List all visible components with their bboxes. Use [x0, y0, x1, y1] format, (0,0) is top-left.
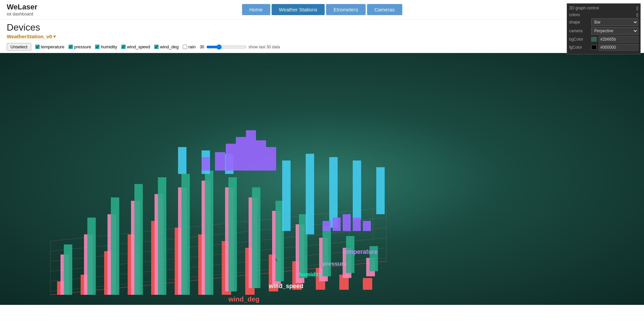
shape-select[interactable]: Bar Line Scatter [591, 18, 638, 26]
svg-line-0 [50, 228, 386, 261]
3d-bar-chart: temperature pressure humidity wind_speed… [0, 53, 644, 305]
svg-rect-57 [205, 171, 213, 295]
camera-row: camera Perpective Orthographic [569, 27, 638, 35]
checkbox-label-pressure: pressure [74, 44, 91, 49]
checkbox-temperature[interactable]: temperature [35, 44, 65, 49]
svg-rect-83 [353, 218, 361, 231]
fgcolor-row: fgColor #000000 [569, 44, 638, 51]
svg-rect-82 [343, 214, 351, 231]
svg-rect-76 [236, 137, 246, 171]
pressure-axis-label: pressure [323, 261, 347, 267]
svg-rect-55 [158, 177, 166, 295]
checkbox-wind_speed[interactable]: wind_speed [121, 44, 150, 49]
checkbox-input-pressure[interactable] [69, 45, 73, 49]
svg-rect-70 [329, 157, 338, 228]
checkbox-input-humidity[interactable] [95, 45, 99, 49]
graph-control-header: 3D graph control || [569, 6, 638, 10]
svg-rect-71 [353, 160, 361, 219]
svg-rect-80 [323, 221, 331, 231]
svg-rect-75 [226, 144, 236, 171]
svg-rect-81 [333, 218, 341, 231]
svg-rect-65 [178, 147, 186, 174]
nav-btn-home[interactable]: Home [242, 4, 270, 15]
svg-rect-84 [363, 221, 371, 231]
svg-rect-78 [256, 140, 266, 171]
nav-btn-etrometers[interactable]: Etrometers [326, 4, 366, 15]
svg-rect-52 [87, 218, 96, 295]
humidity-axis-label: humidity [299, 272, 321, 277]
svg-rect-68 [282, 160, 291, 231]
slider-description: show last 30 data [249, 45, 280, 49]
checkbox-rain[interactable]: rain [183, 44, 196, 49]
data-count-slider-container: 30 show last 30 data [200, 44, 280, 50]
checkbox-label-rain: rain [188, 44, 196, 49]
svg-rect-74 [215, 152, 225, 171]
checkbox-label-wind_deg: wind_deg [160, 44, 179, 49]
bgcolor-label: bgColor [569, 37, 589, 42]
nav-btn-cameras[interactable]: Cameras [367, 4, 402, 15]
controls-bar: Unselect temperaturepressurehumiditywind… [0, 41, 644, 53]
svg-rect-79 [266, 147, 276, 171]
graph-control-title: 3D graph control [569, 6, 599, 10]
graph-control-close-button[interactable]: || [636, 6, 638, 10]
camera-label: camera [569, 29, 589, 33]
devices-title: Devices [7, 22, 637, 33]
svg-rect-69 [306, 154, 314, 234]
wind-deg-axis-label: wind_deg [228, 295, 259, 303]
svg-rect-54 [134, 184, 143, 295]
svg-rect-51 [64, 244, 72, 295]
colors-row: colors || [569, 12, 638, 17]
svg-rect-62 [323, 226, 331, 276]
data-count-slider[interactable] [206, 44, 247, 50]
checkbox-label-humidity: humidity [101, 44, 117, 49]
camera-select[interactable]: Perpective Orthographic [591, 27, 638, 35]
brand: WeLaser iot dashboard [7, 3, 37, 16]
fgcolor-swatch[interactable] [591, 45, 597, 50]
wind-speed-axis-label: wind_speed [268, 283, 303, 289]
checkbox-pressure[interactable]: pressure [69, 44, 91, 49]
svg-rect-53 [111, 197, 119, 295]
shape-label: shape [569, 20, 589, 25]
checkbox-input-wind_speed[interactable] [121, 45, 126, 49]
fgcolor-label: fgColor [569, 45, 589, 50]
bgcolor-row: bgColor #2b665b [569, 36, 638, 43]
device-selector[interactable]: WeatherStation_v0 [7, 34, 56, 39]
checkbox-label-wind_speed: wind_speed [127, 44, 150, 49]
graph-control-panel: 3D graph control || colors || shape Bar … [567, 3, 641, 54]
main-nav: HomeWeather StationsEtrometersCameras [242, 4, 402, 15]
bgcolor-value[interactable]: #2b665b [599, 36, 638, 43]
svg-rect-36 [363, 278, 372, 290]
checkbox-input-rain[interactable] [183, 45, 187, 49]
svg-rect-56 [181, 174, 190, 295]
slider-value-label: 30 [200, 45, 204, 49]
colors-toggle-button[interactable]: || [636, 12, 638, 17]
checkbox-wind_deg[interactable]: wind_deg [154, 44, 179, 49]
checkbox-input-temperature[interactable] [35, 45, 40, 49]
svg-rect-77 [246, 130, 256, 171]
checkbox-humidity[interactable]: humidity [95, 44, 117, 49]
temperature-axis-label: temperature [343, 248, 378, 255]
checkbox-label-temperature: temperature [41, 44, 65, 49]
header: WeLaser iot dashboard HomeWeather Statio… [0, 0, 644, 19]
svg-rect-73 [202, 157, 210, 171]
svg-rect-59 [252, 187, 260, 288]
devices-section: Devices WeatherStation_v0 [0, 19, 644, 41]
chart-area: temperature pressure humidity wind_speed… [0, 53, 644, 305]
svg-rect-58 [228, 177, 237, 291]
fgcolor-value[interactable]: #000000 [599, 44, 638, 51]
brand-title: WeLaser [7, 3, 37, 11]
svg-line-86 [289, 257, 291, 260]
unselect-button[interactable]: Unselect [7, 43, 31, 51]
colors-label: colors [569, 12, 580, 17]
shape-row: shape Bar Line Scatter [569, 18, 638, 26]
nav-btn-weather-stations[interactable]: Weather Stations [271, 4, 325, 15]
brand-subtitle: iot dashboard [7, 11, 37, 16]
checkbox-input-wind_deg[interactable] [154, 45, 159, 49]
svg-rect-72 [376, 167, 385, 214]
bgcolor-swatch[interactable] [591, 37, 597, 42]
